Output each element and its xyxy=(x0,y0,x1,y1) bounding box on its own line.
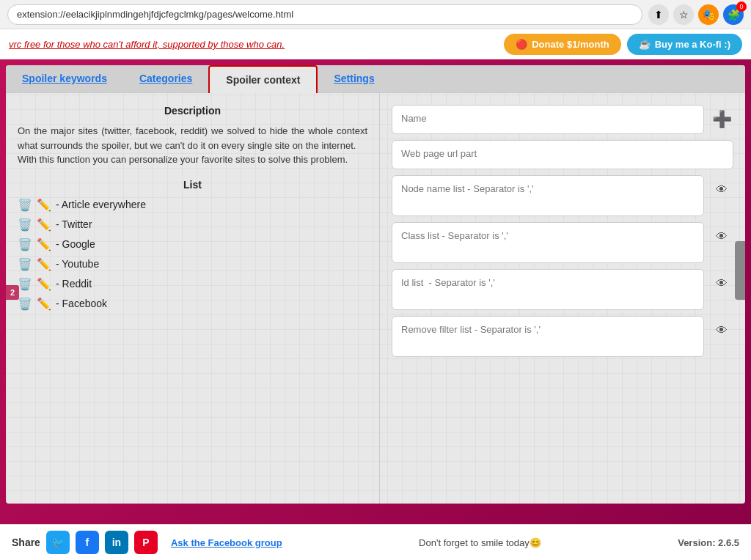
left-sidebar-badge: 2 xyxy=(6,285,19,300)
edit-icon[interactable]: ✏️ xyxy=(37,218,51,232)
list-item-label: - Article everywhere xyxy=(56,199,146,210)
class-list-row: 👁 xyxy=(392,222,733,263)
main-content: Spoiler keywords Categories Spoiler cont… xyxy=(6,65,745,504)
delete-icon[interactable]: 🗑️ xyxy=(18,257,32,271)
donate-button[interactable]: 🔴 Donate $1/month xyxy=(504,34,620,55)
notification-badge: 0 xyxy=(736,1,747,12)
edit-icon[interactable]: ✏️ xyxy=(37,257,51,271)
tab-spoiler-context[interactable]: Spoiler context xyxy=(208,65,318,93)
url-field-row xyxy=(392,140,733,169)
delete-icon[interactable]: 🗑️ xyxy=(18,198,32,212)
browser-icons: ⬆ ☆ 🎭 🧩 0 xyxy=(648,4,744,25)
banner-link: free for those who can't afford it, supp… xyxy=(24,39,285,50)
edit-icon[interactable]: ✏️ xyxy=(37,277,51,291)
edit-icon[interactable]: ✏️ xyxy=(37,297,51,311)
share-section: Share 🐦 f in P xyxy=(12,531,158,554)
list-item-label: - Google xyxy=(56,238,95,250)
remove-filter-list-row: 👁 xyxy=(392,316,733,357)
ask-facebook-link[interactable]: Ask the Facebook group xyxy=(171,537,282,548)
side-decoration xyxy=(735,241,745,300)
list-item-label: - Facebook xyxy=(56,298,107,309)
share-linkedin-button[interactable]: in xyxy=(105,531,128,554)
id-list-eye-button[interactable]: 👁 xyxy=(710,272,733,295)
share-pinterest-button[interactable]: P xyxy=(134,531,158,554)
tab-settings[interactable]: Settings xyxy=(318,65,390,92)
list-item: 🗑️ ✏️ - Article everywhere xyxy=(18,198,367,212)
share-label: Share xyxy=(12,537,40,548)
url-input[interactable] xyxy=(392,140,733,169)
two-col-layout: Description On the major sites (twitter,… xyxy=(6,93,745,504)
star-icon[interactable]: ☆ xyxy=(673,4,694,25)
share-facebook-button[interactable]: f xyxy=(76,531,99,554)
node-name-list-row: 👁 xyxy=(392,175,733,216)
list-item: 🗑️ ✏️ - Twitter xyxy=(18,218,367,232)
left-panel: Description On the major sites (twitter,… xyxy=(6,93,380,504)
share-twitter-button[interactable]: 🐦 xyxy=(46,531,70,554)
tab-spoiler-keywords[interactable]: Spoiler keywords xyxy=(6,65,123,92)
browser-bar: extension://eelacikjiplnmdingehjfdjcfegc… xyxy=(0,0,751,29)
extension-icon-2[interactable]: 🧩 0 xyxy=(723,4,744,25)
kofi-button[interactable]: ☕ Buy me a Ko-fi :) xyxy=(627,34,742,55)
add-button[interactable]: ➕ xyxy=(710,108,733,131)
edit-icon[interactable]: ✏️ xyxy=(37,198,51,212)
node-name-list-eye-button[interactable]: 👁 xyxy=(710,178,733,202)
right-panel: ➕ 👁 👁 👁 👁 xyxy=(380,93,745,504)
donate-icon: 🔴 xyxy=(516,39,527,50)
delete-icon[interactable]: 🗑️ xyxy=(18,237,32,251)
kofi-icon: ☕ xyxy=(639,39,651,50)
delete-icon[interactable]: 🗑️ xyxy=(18,297,32,311)
description-title: Description xyxy=(18,105,367,117)
node-name-list-input[interactable] xyxy=(392,175,704,216)
remove-filter-list-eye-button[interactable]: 👁 xyxy=(710,319,733,342)
id-list-input[interactable] xyxy=(392,269,704,310)
delete-icon[interactable]: 🗑️ xyxy=(18,218,32,232)
class-list-input[interactable] xyxy=(392,222,704,263)
id-list-row: 👁 xyxy=(392,269,733,310)
list-item-label: - Twitter xyxy=(56,218,92,230)
banner-buttons: 🔴 Donate $1/month ☕ Buy me a Ko-fi :) xyxy=(504,34,742,55)
tabs-bar: Spoiler keywords Categories Spoiler cont… xyxy=(6,65,745,93)
list-item: 🗑️ ✏️ - Facebook xyxy=(18,297,367,311)
delete-icon[interactable]: 🗑️ xyxy=(18,277,32,291)
tab-categories[interactable]: Categories xyxy=(123,65,208,92)
banner-prefix: vrc xyxy=(9,39,24,50)
list-title: List xyxy=(18,179,367,191)
footer-smile-text: Don't forget to smile today😊 xyxy=(290,537,671,548)
footer-version: Version: 2.6.5 xyxy=(678,537,739,548)
kofi-label: Buy me a Ko-fi :) xyxy=(655,39,730,50)
class-list-eye-button[interactable]: 👁 xyxy=(710,225,733,248)
remove-filter-list-input[interactable] xyxy=(392,316,704,357)
name-input[interactable] xyxy=(392,105,704,134)
footer: Share 🐦 f in P Ask the Facebook group Do… xyxy=(0,524,751,560)
list-item-label: - Youtube xyxy=(56,258,99,270)
list-item: 🗑️ ✏️ - Reddit xyxy=(18,277,367,291)
edit-icon[interactable]: ✏️ xyxy=(37,237,51,251)
top-banner: vrc free for those who can't afford it, … xyxy=(0,29,751,59)
share-icon[interactable]: ⬆ xyxy=(648,4,669,25)
url-text: extension://eelacikjiplnmdingehjfdjcfegc… xyxy=(17,9,293,20)
url-bar[interactable]: extension://eelacikjiplnmdingehjfdjcfegc… xyxy=(7,4,642,25)
list-item-label: - Reddit xyxy=(56,278,92,290)
donate-label: Donate $1/month xyxy=(532,39,609,50)
description-text: On the major sites (twitter, facebook, r… xyxy=(18,124,367,167)
list-item: 🗑️ ✏️ - Youtube xyxy=(18,257,367,271)
name-field-row: ➕ xyxy=(392,105,733,134)
extension-icon-1[interactable]: 🎭 xyxy=(698,4,719,25)
banner-text: vrc free for those who can't afford it, … xyxy=(9,39,285,50)
list-item: 🗑️ ✏️ - Google xyxy=(18,237,367,251)
